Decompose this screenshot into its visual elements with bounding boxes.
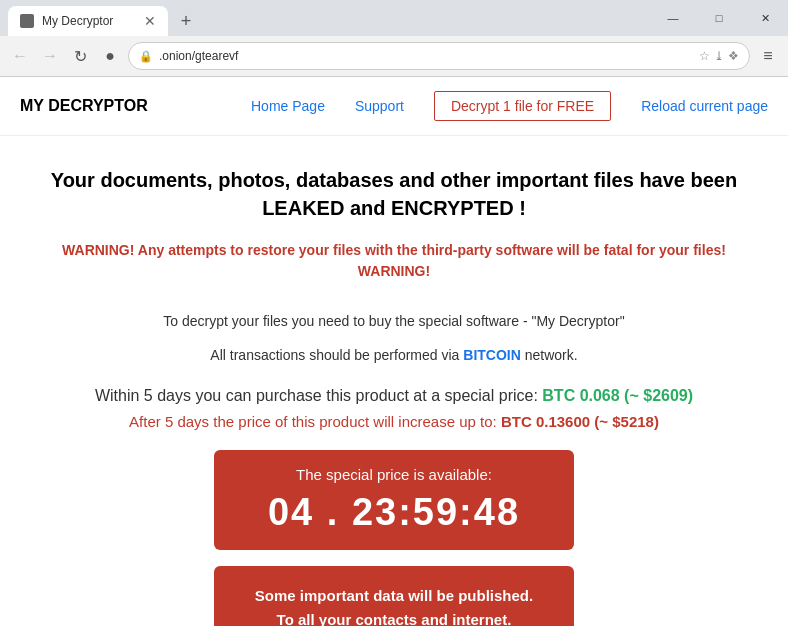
address-bar[interactable]: 🔒 .onion/gtearevf ☆ ⤓ ❖ [128, 42, 750, 70]
warning-text: WARNING! Any attempts to restore your fi… [40, 240, 748, 282]
headline-line1: Your documents, photos, databases and ot… [51, 169, 737, 191]
tab-title: My Decryptor [42, 14, 113, 28]
price-line2-value: BTC 0.13600 (~ $5218) [501, 413, 659, 430]
warning-box-text: Some important data will be published. T… [234, 584, 554, 626]
close-button[interactable]: ✕ [742, 0, 788, 36]
headline-line2: LEAKED and ENCRYPTED ! [262, 197, 526, 219]
minimize-button[interactable]: — [650, 0, 696, 36]
star-icon[interactable]: ☆ [699, 49, 710, 63]
back-button[interactable]: ← [8, 44, 32, 68]
download-icon: ⤓ [714, 49, 724, 63]
site-navigation: MY DECRYPTOR Home Page Support Decrypt 1… [0, 77, 788, 136]
warning-box-line2: To all your contacts and internet. [277, 611, 512, 626]
price-line-1: Within 5 days you can purchase this prod… [40, 387, 748, 405]
support-link[interactable]: Support [355, 98, 404, 114]
tab-close-icon[interactable]: ✕ [144, 13, 156, 29]
page-content: MY DECRYPTOR Home Page Support Decrypt 1… [0, 77, 788, 626]
site-logo: MY DECRYPTOR [20, 97, 148, 115]
main-content: Your documents, photos, databases and ot… [0, 136, 788, 626]
tab-favicon [20, 14, 34, 28]
timer-section: The special price is available: 04 . 23:… [214, 450, 574, 550]
home-page-link[interactable]: Home Page [251, 98, 325, 114]
warning-box: Some important data will be published. T… [214, 566, 574, 626]
site-nav-links: Home Page Support Decrypt 1 file for FRE… [251, 91, 768, 121]
info-text-1: To decrypt your files you need to buy th… [40, 310, 748, 332]
window-controls: — □ ✕ [650, 0, 788, 36]
main-headline: Your documents, photos, databases and ot… [40, 166, 748, 222]
reload-link[interactable]: Reload current page [641, 98, 768, 114]
timer-display: 04 . 23:59:48 [234, 491, 554, 534]
new-tab-button[interactable]: + [172, 7, 200, 35]
warning-box-line1: Some important data will be published. [255, 587, 533, 604]
security-icon: 🔒 [139, 50, 153, 63]
refresh-button[interactable]: ↻ [68, 44, 92, 68]
menu-button[interactable]: ≡ [756, 44, 780, 68]
timer-label: The special price is available: [234, 466, 554, 483]
forward-button[interactable]: → [38, 44, 62, 68]
info2-prefix: All transactions should be performed via [210, 347, 463, 363]
extension-icon: ❖ [728, 49, 739, 63]
price-line1-value: BTC 0.068 (~ $2609) [542, 387, 693, 404]
maximize-button[interactable]: □ [696, 0, 742, 36]
price-line2-prefix: After 5 days the price of this product w… [129, 413, 501, 430]
lock-icon: ● [98, 44, 122, 68]
browser-tab[interactable]: My Decryptor ✕ [8, 6, 168, 36]
price-line1-prefix: Within 5 days you can purchase this prod… [95, 387, 542, 404]
price-line-2: After 5 days the price of this product w… [40, 413, 748, 430]
url-text: .onion/gtearevf [159, 49, 693, 63]
info2-suffix: network. [521, 347, 578, 363]
bitcoin-link[interactable]: BITCOIN [463, 347, 521, 363]
decrypt-free-button[interactable]: Decrypt 1 file for FREE [434, 91, 611, 121]
info-text-2: All transactions should be performed via… [40, 344, 748, 366]
